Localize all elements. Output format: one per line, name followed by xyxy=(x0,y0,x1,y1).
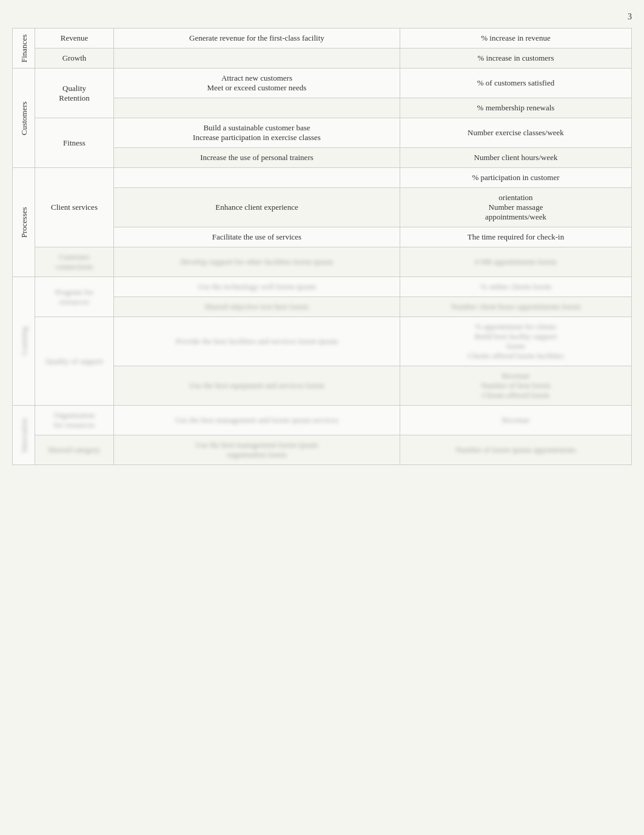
blurred-meas-3: Number client hours appointments lorem xyxy=(451,302,581,311)
objective-attract: Attract new customersMeet or exceed cust… xyxy=(114,69,400,98)
blurred-perspective-2: Innovation xyxy=(19,418,28,452)
measure-blurred-2: % online clients lorem xyxy=(400,277,631,297)
measure-blurred-5: RevenueNumber of best loremClients offer… xyxy=(400,366,631,406)
blurred-measure-1: # HR appointments lorem xyxy=(475,257,557,266)
table-row: Fitness Build a sustainable customer bas… xyxy=(13,118,632,148)
objective-participation xyxy=(114,168,400,188)
measure-blurred-4: % appointment for clientsBuild best faci… xyxy=(400,317,631,366)
objective-retention xyxy=(114,98,400,118)
objective-blurred-5: Use the best equipment and services lore… xyxy=(114,366,400,406)
measure-participation: % participation in customer xyxy=(400,168,631,188)
category-growth: Growth xyxy=(35,49,114,69)
perspective-blurred: Learning xyxy=(13,277,35,406)
measure-membership-renewals: % membership renewals xyxy=(400,98,631,118)
table-row: Finances Revenue Generate revenue for th… xyxy=(13,29,632,49)
perspective-processes: Processes xyxy=(13,168,35,277)
category-blurred-2: Program for resources xyxy=(35,277,114,317)
perspective-blurred-2: Innovation xyxy=(13,406,35,465)
blurred-cat-3: Quality of support xyxy=(45,357,103,366)
measure-customers-satisfied: % of customers satisfied xyxy=(400,69,631,98)
category-revenue: Revenue xyxy=(35,29,114,49)
table-row: Customers QualityRetention Attract new c… xyxy=(13,69,632,98)
category-fitness: Fitness xyxy=(35,118,114,168)
table-row: Innovation Organizationfor resources Use… xyxy=(13,406,632,435)
blurred-cat-2: Program for resources xyxy=(55,287,93,306)
table-row: Quality of support Provide the best faci… xyxy=(13,317,632,366)
blurred-cat-5: blurred category xyxy=(49,445,101,454)
objective-personal-trainers: Increase the use of personal trainers xyxy=(114,148,400,168)
table-row: Learning Program for resources Use the t… xyxy=(13,277,632,297)
measure-exercise-classes: Number exercise classes/week xyxy=(400,118,631,148)
blurred-meas-4: % appointment for clientsBuild best faci… xyxy=(468,322,564,360)
blurred-obj-3: blurred objective text here lorem xyxy=(205,302,308,311)
measure-blurred-3: Number client hours appointments lorem xyxy=(400,297,631,317)
measure-blurred-7: Number of lorem ipsum appointments xyxy=(400,435,631,465)
perspective-finances: Finances xyxy=(13,29,35,69)
blurred-cat-4: Organizationfor resources xyxy=(54,411,95,429)
blurred-meas-7: Number of lorem ipsum appointments xyxy=(455,445,576,454)
blurred-obj-7: Use the best management lorem ipsumorgan… xyxy=(196,440,318,459)
table-row: blurred category Use the best management… xyxy=(13,435,632,465)
category-blurred-4: Organizationfor resources xyxy=(35,406,114,435)
measure-orientation-massage: orientationNumber massageappointments/we… xyxy=(400,188,631,227)
measure-growth: % increase in customers xyxy=(400,49,631,69)
blurred-perspective: Learning xyxy=(19,327,28,355)
blurred-meas-5: RevenueNumber of best loremClients offer… xyxy=(481,371,550,400)
objective-facilitate: Facilitate the use of services xyxy=(114,227,400,247)
objective-revenue: Generate revenue for the first-class fac… xyxy=(114,29,400,49)
measure-client-hours: Number client hours/week xyxy=(400,148,631,168)
category-quality-retention: QualityRetention xyxy=(35,69,114,118)
blurred-obj-2: Use the technology well lorem ipsum xyxy=(198,282,316,291)
page-number: 3 xyxy=(12,12,632,22)
objective-blurred-3: blurred objective text here lorem xyxy=(114,297,400,317)
objective-blurred-2: Use the technology well lorem ipsum xyxy=(114,277,400,297)
blurred-obj-6: Use the best management and lorem ipsum … xyxy=(175,415,338,424)
objective-blurred-6: Use the best management and lorem ipsum … xyxy=(114,406,400,435)
blurred-meas-2: % online clients lorem xyxy=(480,282,551,291)
objective-enhance-client: Enhance client experience xyxy=(114,188,400,227)
category-blurred-3: Quality of support xyxy=(35,317,114,406)
blurred-objective-1: Develop support for other facilities lor… xyxy=(181,257,333,266)
measure-blurred-6: Revenue xyxy=(400,406,631,435)
category-blurred-5: blurred category xyxy=(35,435,114,465)
blurred-category-1: Customer connections xyxy=(55,252,93,271)
category-client-services: Client services xyxy=(35,168,114,247)
blurred-obj-4: Provide the best facilities and services… xyxy=(176,337,338,346)
page-number-container: 3 xyxy=(12,12,632,22)
table-row: Processes Client services % participatio… xyxy=(13,168,632,188)
measure-checkin-time: The time required for check-in xyxy=(400,227,631,247)
blurred-meas-6: Revenue xyxy=(502,415,529,424)
objective-blurred-1: Develop support for other facilities lor… xyxy=(114,247,400,277)
objective-blurred-4: Provide the best facilities and services… xyxy=(114,317,400,366)
blurred-obj-5: Use the best equipment and services lore… xyxy=(189,381,324,390)
measure-revenue: % increase in revenue xyxy=(400,29,631,49)
table-row: Growth % increase in customers xyxy=(13,49,632,69)
objective-growth xyxy=(114,49,400,69)
perspective-customers: Customers xyxy=(13,69,35,168)
objective-blurred-7: Use the best management lorem ipsumorgan… xyxy=(114,435,400,465)
measure-blurred-1: # HR appointments lorem xyxy=(400,247,631,277)
bsc-table: Finances Revenue Generate revenue for th… xyxy=(12,28,632,465)
objective-sustainable: Build a sustainable customer baseIncreas… xyxy=(114,118,400,148)
table-row: Customer connections Develop support for… xyxy=(13,247,632,277)
category-customer-connections: Customer connections xyxy=(35,247,114,277)
